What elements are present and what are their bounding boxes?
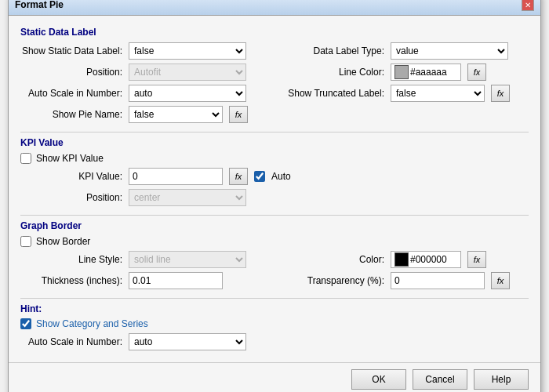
auto-scale-row: Auto Scale in Number: auto (20, 85, 267, 102)
line-style-row: Line Style: solid line (20, 251, 267, 268)
kpi-position-select: center (129, 189, 246, 206)
graph-border-header: Graph Border (20, 220, 529, 231)
color-field[interactable]: #000000 (391, 251, 461, 268)
dialog-footer: OK Cancel Help (9, 362, 540, 392)
thickness-label: Thickness (inches): (20, 275, 122, 286)
show-pie-name-row: Show Pie Name: false true fx (20, 106, 267, 123)
show-pie-name-label: Show Pie Name: (20, 109, 122, 120)
show-category-checkbox[interactable] (20, 318, 31, 329)
line-color-field[interactable]: #aaaaaa (391, 64, 461, 81)
kpi-value-label: KPI Value: (20, 171, 122, 182)
line-color-label: Line Color: (282, 67, 384, 78)
color-row: Color: #000000 fx (282, 251, 529, 268)
kpi-right (307, 168, 529, 210)
show-border-row: Show Border (20, 236, 529, 247)
kpi-value-row: KPI Value: fx Auto (20, 168, 291, 185)
dialog-title: Format Pie (15, 0, 64, 10)
color-fx-button[interactable]: fx (467, 251, 486, 268)
show-truncated-select[interactable]: false true (391, 85, 485, 102)
kpi-position-row: Position: center (20, 189, 291, 206)
show-border-label: Show Border (36, 236, 90, 247)
divider-3 (20, 298, 529, 299)
position-select: Autofit (129, 64, 246, 81)
transparency-fx-button[interactable]: fx (491, 272, 510, 289)
kpi-auto-label: Auto (271, 171, 291, 182)
color-hex: #000000 (410, 254, 447, 265)
transparency-row: Transparency (%): fx (282, 272, 529, 289)
color-swatch (394, 252, 409, 267)
help-button[interactable]: Help (474, 369, 529, 390)
ok-button[interactable]: OK (351, 369, 406, 390)
hint-auto-scale-row: Auto Scale in Number: auto (20, 333, 529, 350)
data-label-type-label: Data Label Type: (282, 45, 384, 56)
format-pie-dialog: Format Pie ✕ Static Data Label Show Stat… (8, 0, 541, 392)
hint-auto-scale-select[interactable]: auto (129, 333, 246, 350)
dialog-body: Static Data Label Show Static Data Label… (9, 16, 540, 362)
show-category-label: Show Category and Series (36, 318, 148, 329)
show-truncated-label: Show Truncated Label: (282, 88, 384, 99)
kpi-value-header: KPI Value (20, 137, 529, 148)
position-label: Position: (20, 67, 122, 78)
show-pie-name-select[interactable]: false true (129, 106, 223, 123)
kpi-value-fields: KPI Value: fx Auto Position: center (20, 168, 529, 210)
graph-border-fields: Line Style: solid line Thickness (inches… (20, 251, 529, 293)
show-kpi-label: Show KPI Value (36, 153, 104, 164)
thickness-input[interactable] (129, 272, 223, 289)
show-kpi-row: Show KPI Value (20, 153, 529, 164)
thickness-row: Thickness (inches): (20, 272, 267, 289)
show-pie-name-fx-button[interactable]: fx (229, 106, 248, 123)
static-data-label-row1: Show Static Data Label: false true Posit… (20, 42, 529, 127)
show-category-row: Show Category and Series (20, 318, 529, 329)
auto-scale-select[interactable]: auto (129, 85, 246, 102)
close-icon: ✕ (525, 1, 531, 9)
line-color-swatch (394, 65, 409, 79)
show-kpi-checkbox[interactable] (20, 153, 31, 164)
data-label-type-row: Data Label Type: value (282, 42, 529, 60)
transparency-label: Transparency (%): (282, 275, 384, 286)
data-label-type-select[interactable]: value (391, 42, 508, 60)
show-static-row: Show Static Data Label: false true (20, 42, 267, 60)
kpi-fx-button[interactable]: fx (229, 168, 248, 185)
auto-scale-label: Auto Scale in Number: (20, 88, 122, 99)
color-label: Color: (282, 254, 384, 265)
title-bar: Format Pie ✕ (9, 0, 540, 16)
hint-auto-scale-label: Auto Scale in Number: (20, 336, 122, 347)
line-color-fx-button[interactable]: fx (467, 64, 486, 81)
line-style-select: solid line (129, 251, 246, 268)
kpi-value-input[interactable] (129, 168, 223, 185)
show-border-checkbox[interactable] (20, 236, 31, 247)
line-color-row: Line Color: #aaaaaa fx (282, 64, 529, 81)
kpi-auto-checkbox[interactable] (254, 171, 265, 182)
divider-1 (20, 132, 529, 132)
close-button[interactable]: ✕ (522, 0, 534, 11)
border-right: Color: #000000 fx Transparency (%): fx (282, 251, 529, 293)
kpi-left: KPI Value: fx Auto Position: center (20, 168, 291, 210)
static-data-label-header: Static Data Label (20, 27, 529, 38)
show-truncated-row: Show Truncated Label: false true fx (282, 85, 529, 102)
show-static-select[interactable]: false true (129, 42, 246, 60)
line-style-label: Line Style: (20, 254, 122, 265)
divider-2 (20, 215, 529, 216)
transparency-input[interactable] (391, 272, 485, 289)
line-color-hex: #aaaaaa (410, 67, 447, 78)
right-col-data-label: Data Label Type: value Line Color: #aaaa… (282, 42, 529, 127)
kpi-position-label: Position: (20, 192, 122, 203)
border-left: Line Style: solid line Thickness (inches… (20, 251, 267, 293)
left-col-show: Show Static Data Label: false true Posit… (20, 42, 267, 127)
cancel-button[interactable]: Cancel (413, 369, 467, 390)
hint-header: Hint: (20, 303, 529, 314)
show-truncated-fx-button[interactable]: fx (491, 85, 510, 102)
position-row: Position: Autofit (20, 64, 267, 81)
show-static-label: Show Static Data Label: (20, 45, 122, 56)
